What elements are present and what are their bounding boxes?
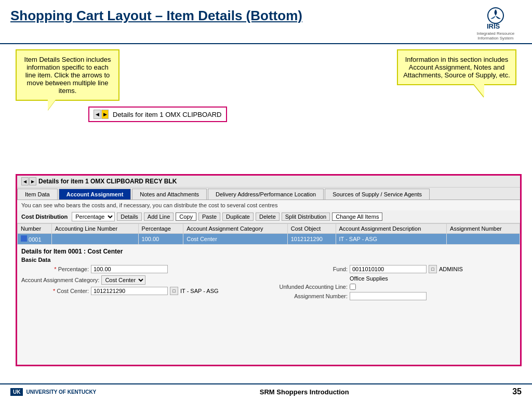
cost-center-row: * Cost Center: □ IT - SAP - ASG <box>21 287 268 295</box>
sap-nav-arrows: ◀ ▶ <box>21 177 36 185</box>
percentage-row: * Percentage: <box>21 265 268 273</box>
callout-left: Item Details Section includes informatio… <box>16 49 119 101</box>
sap-toolbar: Cost Distribution Percentage Details Add… <box>17 210 520 223</box>
assignment-number-label: Assignment Number: <box>270 293 348 299</box>
callout-right: Information in this section includes Acc… <box>397 49 516 85</box>
account-assignment-category-row: Account Assignment Category: Cost Center <box>21 275 268 285</box>
iris-logo-icon: IRIS <box>483 5 509 31</box>
details-section: Details for Item 0001 : Cost Center Basi… <box>17 245 520 303</box>
paste-button[interactable]: Paste <box>198 212 220 221</box>
cell-percentage: 100.00 <box>138 234 183 245</box>
office-supplies-text: Office Supplies <box>350 275 388 282</box>
basic-data-label: Basic Data <box>21 257 516 263</box>
account-assignment-category-label: Account Assignment Category: <box>21 277 99 283</box>
cost-center-text: IT - SAP - ASG <box>180 288 219 294</box>
copy-button[interactable]: Copy <box>176 212 196 221</box>
account-assignment-category-select[interactable]: Cost Center <box>101 275 145 285</box>
next-arrow[interactable]: ▶ <box>101 110 109 119</box>
tab-item-data[interactable]: Item Data <box>17 189 58 200</box>
sap-prev-btn[interactable]: ◀ <box>21 177 29 185</box>
sap-next-btn[interactable]: ▶ <box>29 177 36 185</box>
split-distribution-button[interactable]: Split Distribution <box>282 212 330 221</box>
fund-input[interactable] <box>350 265 427 273</box>
account-assignment-table-wrapper: Number Accounting Line Number Percentage… <box>17 223 520 245</box>
duplicate-button[interactable]: Duplicate <box>222 212 254 221</box>
main-content: Item Details Section includes informatio… <box>0 44 532 382</box>
tab-delivery-address[interactable]: Delivery Address/Performance Location <box>208 189 324 200</box>
sap-interface: ◀ ▶ Details for item 1 OMX CLIPBOARD REC… <box>16 174 522 366</box>
unfunded-checkbox[interactable] <box>350 284 356 290</box>
footer-logo: UK UNIVERSITY OF KENTUCKY <box>10 388 96 396</box>
col-percentage: Percentage <box>138 224 183 234</box>
row-indicator <box>21 235 27 242</box>
tab-notes-attachments[interactable]: Notes and Attachments <box>132 189 207 200</box>
fund-text: ADMINIS <box>439 266 463 272</box>
item-preview-box: ◀ ▶ Details for item 1 OMX CLIPBOARD <box>88 107 227 122</box>
percentage-input[interactable] <box>91 265 168 273</box>
add-line-button[interactable]: Add Line <box>144 212 174 221</box>
cost-dist-label: Cost Distribution <box>21 214 68 220</box>
col-cost-object: Cost Object <box>287 224 336 234</box>
form-left: * Percentage: Account Assignment Categor… <box>21 265 268 300</box>
fund-label: Fund: <box>270 266 348 272</box>
delete-button[interactable]: Delete <box>256 212 280 221</box>
col-number: Number <box>18 224 52 234</box>
cell-account-assignment-description: IT - SAP - ASG <box>336 234 447 245</box>
col-assignment-number: Assignment Number <box>447 224 520 234</box>
iris-subtitle: Integrated Resource Information System <box>470 31 522 41</box>
col-account-assignment-category: Account Assignment Category <box>183 224 288 234</box>
prev-arrow[interactable]: ◀ <box>94 110 101 119</box>
account-assignment-table: Number Accounting Line Number Percentage… <box>17 223 520 245</box>
office-supplies-row: Office Supplies <box>270 275 516 282</box>
preview-nav-arrows: ◀ ▶ <box>94 110 109 119</box>
footer: UK UNIVERSITY OF KENTUCKY SRM Shoppers I… <box>0 383 532 399</box>
unfunded-row: Unfunded Accounting Line: <box>270 284 516 290</box>
table-row[interactable]: 0001 100.00 Cost Center 1012121290 IT - … <box>18 234 520 245</box>
details-button[interactable]: Details <box>117 212 142 221</box>
item-preview-label: Details for item 1 OMX CLIPBOARD <box>113 111 222 118</box>
cell-assignment-number <box>447 234 520 245</box>
cost-dist-dropdown[interactable]: Percentage <box>72 212 115 221</box>
fund-pick-btn[interactable]: □ <box>429 265 437 273</box>
logo-area: IRIS Integrated Resource Information Sys… <box>470 5 522 41</box>
details-title: Details for Item 0001 : Cost Center <box>21 248 516 255</box>
unfunded-label: Unfunded Accounting Line: <box>270 284 348 290</box>
iris-logo: IRIS <box>483 5 509 31</box>
change-all-items-button[interactable]: Change All Items <box>332 212 382 221</box>
cell-accounting-line-number <box>51 234 138 245</box>
cost-center-pick-btn[interactable]: □ <box>170 287 178 295</box>
cell-cost-object: 1012121290 <box>287 234 336 245</box>
page-header: Shopping Cart Layout – Item Details (Bot… <box>0 0 532 44</box>
fund-row: Fund: □ ADMINIS <box>270 265 516 273</box>
sap-title-text: Details for item 1 OMX CLIPBOARD RECY BL… <box>38 178 177 185</box>
uk-logo-text: UK <box>10 388 23 396</box>
page-title: Shopping Cart Layout – Item Details (Bot… <box>10 8 302 24</box>
footer-page-number: 35 <box>512 387 522 396</box>
footer-center-text: SRM Shoppers Introduction <box>260 388 349 396</box>
form-grid: * Percentage: Account Assignment Categor… <box>21 265 516 300</box>
form-right: Fund: □ ADMINIS Office Supplies Unfunded… <box>270 265 516 300</box>
sap-info-text: You can see who bears the costs and, if … <box>17 200 520 210</box>
cost-center-label: * Cost Center: <box>21 288 89 294</box>
cost-center-input[interactable] <box>91 287 168 295</box>
cell-number: 0001 <box>18 234 52 245</box>
svg-text:IRIS: IRIS <box>487 22 500 30</box>
tab-account-assignment[interactable]: Account Assignment <box>59 189 131 200</box>
col-account-assignment-description: Account Assignment Description <box>336 224 447 234</box>
col-accounting-line-number: Accounting Line Number <box>51 224 138 234</box>
percentage-label: * Percentage: <box>21 266 89 272</box>
tab-sources-supply[interactable]: Sources of Supply / Service Agents <box>325 189 430 200</box>
sap-title-bar: ◀ ▶ Details for item 1 OMX CLIPBOARD REC… <box>17 176 520 188</box>
cell-account-assignment-category: Cost Center <box>183 234 288 245</box>
assignment-number-row: Assignment Number: <box>270 292 516 300</box>
sap-tabs: Item Data Account Assignment Notes and A… <box>17 188 520 200</box>
university-name: UNIVERSITY OF KENTUCKY <box>26 389 96 395</box>
assignment-number-input[interactable] <box>350 292 427 300</box>
